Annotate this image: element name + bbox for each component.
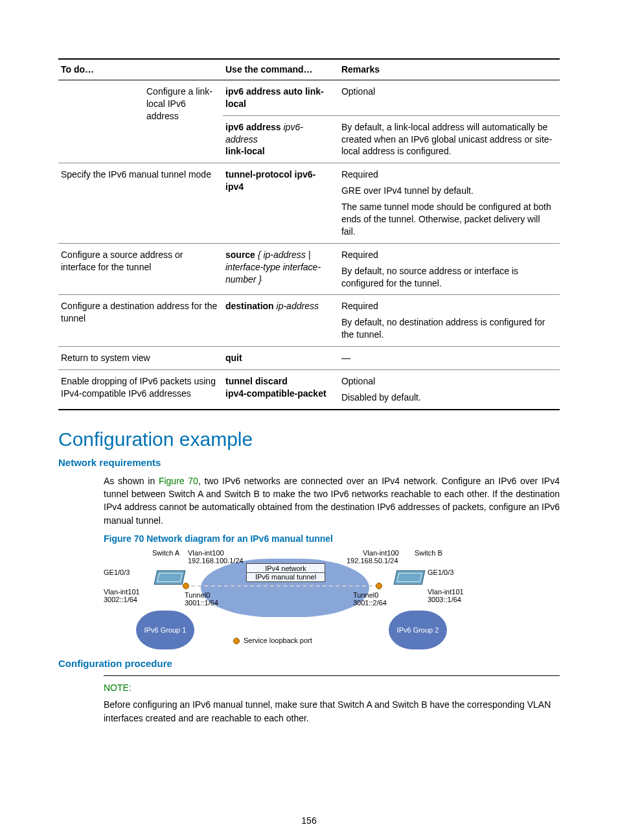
col-remarks: Remarks	[339, 59, 560, 80]
cell-rem: Optional Disabled by default.	[339, 370, 560, 410]
cell-rem: Required By default, no destination addr…	[339, 295, 560, 347]
ip-label: 3003::1/64	[428, 596, 461, 603]
ipv6-group2-cloud-icon: IPv6 Group 2	[389, 611, 447, 649]
page-content: To do… Use the command… Remarks Configur…	[58, 58, 560, 725]
table-row: Configure a link-local IPv6 address ipv6…	[58, 80, 560, 115]
vlan-label: Vlan-int100	[188, 549, 224, 557]
cell-rem: Required GRE over IPv4 tunnel by default…	[339, 163, 560, 243]
loopback-dot-icon	[376, 583, 382, 589]
cell-rem: Optional	[339, 80, 560, 115]
vlan-label: Vlan-int100	[363, 549, 399, 557]
tunnel-label: Tunnel0	[353, 591, 378, 599]
cell-cmd: tunnel-protocol ipv6-ipv4	[223, 163, 339, 243]
tunnel-label: Tunnel0	[185, 591, 210, 599]
command-table: To do… Use the command… Remarks Configur…	[58, 58, 560, 410]
switch-b-label: Switch B	[415, 549, 442, 557]
cell-rem: Required By default, no source address o…	[339, 243, 560, 295]
table-row: Enable dropping of IPv6 packets using IP…	[58, 370, 560, 410]
cell-cmd: destination ip-address	[223, 295, 339, 347]
note-block: NOTE: Before configuring an IPv6 manual …	[104, 675, 560, 725]
page-number: 156	[0, 815, 618, 826]
figure-reference[interactable]: Figure 70	[159, 476, 198, 486]
legend: Service loopback port	[233, 636, 312, 644]
col-todo: To do…	[58, 59, 223, 80]
loopback-dot-icon	[233, 638, 240, 644]
switch-b-icon	[394, 570, 426, 585]
network-diagram: IPv4 network IPv6 manual tunnel IPv6 Gro…	[104, 549, 466, 646]
cell-cmd: ipv6 address auto link-local	[223, 80, 339, 115]
section-heading: Configuration example	[58, 428, 560, 450]
cell-todo: Return to system view	[58, 347, 223, 370]
table-header-row: To do… Use the command… Remarks	[58, 59, 560, 80]
cell-cmd: ipv6 address ipv6-address link-local	[223, 115, 339, 163]
subsection-network-requirements: Network requirements	[58, 457, 560, 468]
ipv6-group1-cloud-icon: IPv6 Group 1	[136, 611, 194, 649]
cell-rem: —	[339, 347, 560, 370]
loopback-dot-icon	[183, 583, 189, 589]
vlan-label: Vlan-int101	[428, 588, 464, 596]
ip-label: 3001::1/64	[185, 599, 218, 607]
cell-todo: Configure a source address or interface …	[58, 243, 223, 295]
cell-todo: Configure a link-local IPv6 address	[144, 80, 223, 163]
table-row: Configure a destination address for the …	[58, 295, 560, 347]
switch-a-label: Switch A	[152, 549, 179, 557]
ip-label: 3001::2/64	[353, 599, 387, 607]
note-title: NOTE:	[104, 681, 560, 694]
cell-todo: Enable dropping of IPv6 packets using IP…	[58, 370, 223, 410]
table-row: Configure a source address or interface …	[58, 243, 560, 295]
tunnel-line	[185, 585, 379, 587]
ge-label: GE1/0/3	[428, 568, 453, 576]
cell-todo: Configure a destination address for the …	[58, 295, 223, 347]
ge-label: GE1/0/3	[104, 568, 130, 576]
table-row: Return to system view quit —	[58, 347, 560, 370]
cell-cmd: tunnel discard ipv4-compatible-packet	[223, 370, 339, 410]
cell-rem: By default, a link-local address will au…	[339, 115, 560, 163]
subsection-configuration-procedure: Configuration procedure	[58, 658, 560, 669]
cell-cmd: source { ip-address | interface-type int…	[223, 243, 339, 295]
col-command: Use the command…	[223, 59, 339, 80]
cell-todo: Specify the IPv6 manual tunnel mode	[58, 163, 223, 243]
figure-caption: Figure 70 Network diagram for an IPv6 ma…	[104, 533, 560, 544]
ipv4-label: IPv4 network IPv6 manual tunnel	[246, 563, 325, 582]
ip-label: 192.168.50.1/24	[347, 557, 398, 565]
cell-cmd: quit	[223, 347, 339, 370]
switch-a-icon	[154, 570, 186, 585]
vlan-label: Vlan-int101	[104, 588, 140, 596]
paragraph: As shown in Figure 70, two IPv6 networks…	[104, 474, 560, 527]
table-row: Specify the IPv6 manual tunnel mode tunn…	[58, 163, 560, 243]
ip-label: 192.168.100.1/24	[188, 557, 244, 565]
ip-label: 3002::1/64	[104, 596, 137, 603]
note-body: Before configuring an IPv6 manual tunnel…	[104, 698, 560, 725]
